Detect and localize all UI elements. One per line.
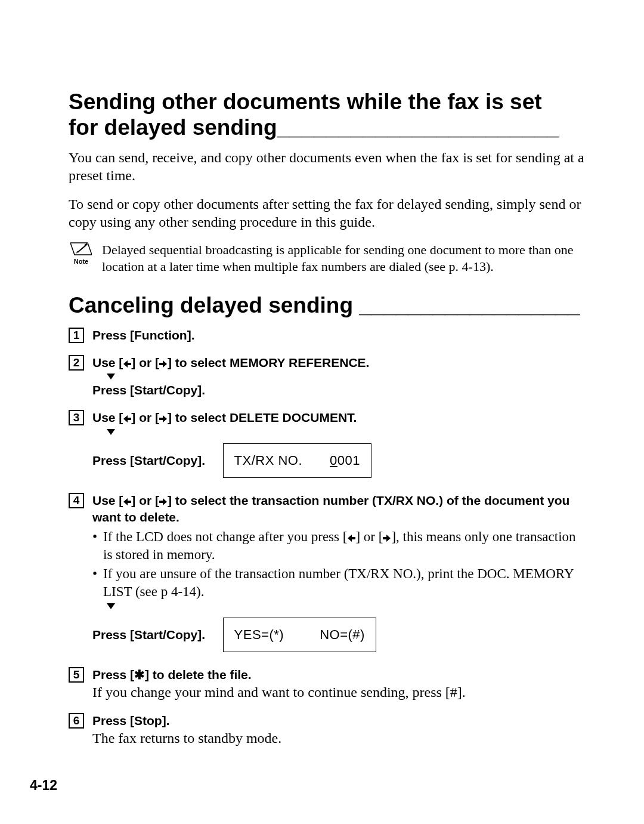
lcd-display: YES=(*)NO=(#) <box>223 618 376 652</box>
svg-marker-5 <box>159 360 167 368</box>
step6-plain: The fax returns to standby mode. <box>92 730 281 746</box>
svg-marker-7 <box>123 415 131 422</box>
text: Use [ <box>92 356 123 369</box>
step2-press: Press [Start/Copy]. <box>92 383 205 397</box>
list-item: If the LCD does not change after you pre… <box>92 528 585 564</box>
step-6: 6 Press [Stop]. The fax returns to stand… <box>69 712 585 748</box>
step3-line1: Use [] or [] to select DELETE DOCUMENT. <box>92 411 357 424</box>
svg-line-1 <box>78 245 86 252</box>
svg-marker-9 <box>107 429 115 435</box>
arrow-right-icon <box>159 415 168 423</box>
note-block: Note Delayed sequential broadcasting is … <box>69 242 585 275</box>
pencil-parallelogram-icon <box>70 242 92 256</box>
arrow-left-icon <box>123 360 131 368</box>
step6-bold: Press [Stop]. <box>92 714 170 727</box>
step-body: Press [Stop]. The fax returns to standby… <box>92 712 585 748</box>
arrow-right-icon <box>159 360 168 368</box>
page: Sending other documents while the fax is… <box>0 0 644 824</box>
heading2-text: Canceling delayed sending <box>69 293 359 317</box>
svg-marker-12 <box>348 535 355 542</box>
star-symbol: ✱ <box>134 668 145 681</box>
step-number: 1 <box>69 328 84 343</box>
svg-marker-10 <box>123 498 131 505</box>
step-5: 5 Press [✱] to delete the file. If you c… <box>69 666 585 702</box>
down-triangle-icon <box>107 374 115 379</box>
step-body: Press [✱] to delete the file. If you cha… <box>92 666 585 702</box>
step-2: 2 Use [] or [] to select MEMORY REFERENC… <box>69 354 585 399</box>
text: ] to select MEMORY REFERENCE. <box>168 356 369 369</box>
step4-line1: Use [] or [] to select the transaction n… <box>92 493 569 524</box>
text: ] or [ <box>131 356 159 369</box>
text: Press [ <box>92 668 134 681</box>
step-3: 3 Use [] or [] to select DELETE DOCUMENT… <box>69 409 585 481</box>
step-1: 1 Press [Function]. <box>69 327 585 344</box>
step-4: 4 Use [] or [] to select the transaction… <box>69 492 585 656</box>
lcd-value-rest: 001 <box>338 453 360 468</box>
svg-marker-11 <box>159 498 167 505</box>
section1-para2: To send or copy other documents after se… <box>69 195 585 231</box>
heading-rule: _______________________ <box>277 115 559 141</box>
svg-marker-6 <box>107 374 115 379</box>
step-number: 4 <box>69 493 84 508</box>
step-number: 2 <box>69 355 84 371</box>
svg-marker-13 <box>383 535 391 542</box>
page-number: 4-12 <box>30 777 57 794</box>
text: Use [ <box>92 411 123 424</box>
step5-plain: If you change your mind and want to cont… <box>92 684 466 700</box>
heading2-rule: __________________ <box>359 293 580 319</box>
text: If the LCD does not change after you pre… <box>103 529 347 544</box>
arrow-right-icon <box>159 498 168 506</box>
step-body: Use [] or [] to select the transaction n… <box>92 492 585 656</box>
step3-press: Press [Start/Copy]. <box>92 453 205 467</box>
heading-line-2-text: for delayed sending <box>69 115 277 140</box>
lcd-yes: YES=(*) <box>234 627 284 642</box>
step-number: 3 <box>69 410 84 425</box>
text: Use [ <box>92 493 123 507</box>
svg-marker-4 <box>123 360 131 368</box>
heading-sending-other-docs: Sending other documents while the fax is… <box>69 90 585 140</box>
text: ] or [ <box>131 411 159 424</box>
note-label: Note <box>69 257 94 266</box>
note-icon: Note <box>69 242 94 266</box>
text: ] to select DELETE DOCUMENT. <box>168 411 357 424</box>
lcd-no: NO=(#) <box>320 627 365 642</box>
step4-press: Press [Start/Copy]. <box>92 628 205 641</box>
step5-bold: Press [✱] to delete the file. <box>92 668 252 681</box>
step-number: 6 <box>69 713 84 729</box>
section1-para1: You can send, receive, and copy other do… <box>69 149 585 184</box>
text: ] or [ <box>355 529 383 544</box>
step-body: Use [] or [] to select MEMORY REFERENCE.… <box>92 354 585 399</box>
note-text: Delayed sequential broadcasting is appli… <box>102 242 585 275</box>
lcd-label: TX/RX NO. <box>234 453 303 468</box>
svg-marker-8 <box>159 415 167 422</box>
heading-canceling-delayed: Canceling delayed sending ______________… <box>69 293 585 319</box>
arrow-left-icon <box>123 415 131 423</box>
text: ] or [ <box>131 493 159 507</box>
step-body: Press [Function]. <box>92 327 585 344</box>
arrow-left-icon <box>123 498 131 506</box>
down-triangle-icon <box>107 603 115 609</box>
step4-bullets: If the LCD does not change after you pre… <box>92 528 585 601</box>
step1-text: Press [Function]. <box>92 328 195 342</box>
text: ] to delete the file. <box>145 668 252 681</box>
lcd-value-underlined: 0 <box>330 453 338 468</box>
svg-marker-14 <box>107 603 115 609</box>
arrow-right-icon <box>383 534 391 542</box>
list-item: If you are unsure of the transaction num… <box>92 565 585 601</box>
step-body: Use [] or [] to select DELETE DOCUMENT. … <box>92 409 585 481</box>
steps-list: 1 Press [Function]. 2 Use [] or [] to se… <box>69 327 585 748</box>
step2-line1: Use [] or [] to select MEMORY REFERENCE. <box>92 356 369 369</box>
lcd-display: TX/RX NO.0001 <box>223 443 371 478</box>
arrow-left-icon <box>347 534 355 542</box>
step-number: 5 <box>69 667 84 683</box>
down-triangle-icon <box>107 429 115 435</box>
heading-line-1: Sending other documents while the fax is… <box>69 90 542 114</box>
